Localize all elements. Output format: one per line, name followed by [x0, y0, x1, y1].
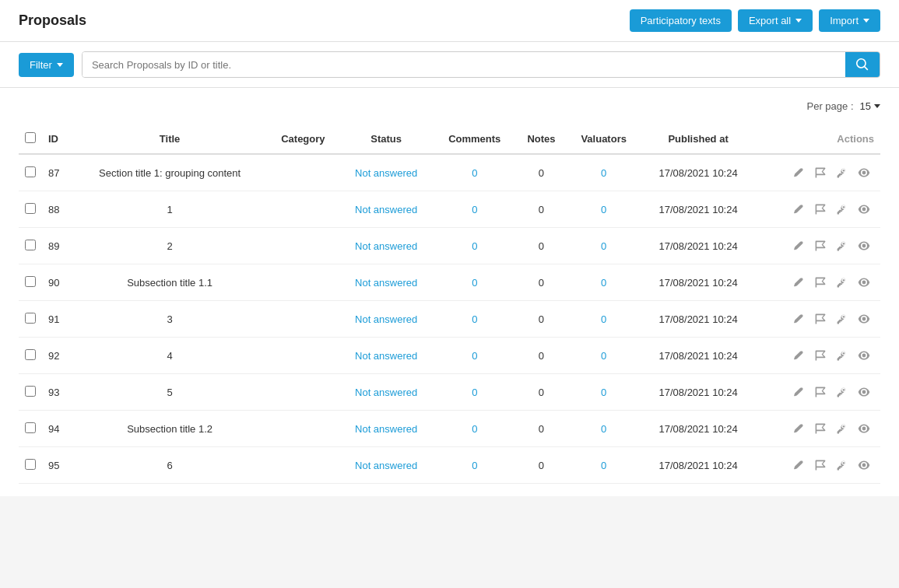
search-input[interactable]	[83, 52, 845, 77]
edit-icon[interactable]	[788, 236, 809, 256]
row-checkbox[interactable]	[25, 313, 36, 324]
row-checkbox-cell	[19, 411, 42, 447]
col-valuators: Valuators	[567, 124, 640, 154]
key-icon[interactable]	[832, 345, 852, 366]
table-row: 881Not answered00017/08/2021 10:24	[19, 191, 880, 228]
key-icon[interactable]	[832, 163, 852, 183]
edit-icon[interactable]	[788, 345, 809, 366]
row-actions-cell	[756, 228, 880, 264]
page-title: Proposals	[19, 12, 86, 29]
row-actions-cell	[756, 264, 880, 301]
row-valuators: 0	[567, 374, 640, 411]
flag-icon[interactable]	[810, 345, 831, 366]
row-actions-cell	[756, 338, 880, 374]
key-icon[interactable]	[832, 236, 852, 256]
row-actions-cell	[756, 301, 880, 338]
participatory-texts-button[interactable]: Participatory texts	[630, 9, 732, 32]
search-button[interactable]	[845, 52, 880, 77]
flag-icon[interactable]	[810, 163, 831, 183]
edit-icon[interactable]	[788, 199, 809, 219]
row-checkbox[interactable]	[25, 166, 36, 177]
row-published-at: 17/08/2021 10:24	[641, 228, 756, 264]
row-notes: 0	[515, 374, 567, 411]
row-title: 6	[72, 447, 268, 484]
key-icon[interactable]	[832, 418, 852, 439]
view-icon[interactable]	[854, 418, 874, 439]
row-published-at: 17/08/2021 10:24	[641, 374, 756, 411]
key-icon[interactable]	[832, 309, 852, 329]
row-published-at: 17/08/2021 10:24	[641, 154, 756, 191]
row-checkbox[interactable]	[25, 203, 36, 214]
view-icon[interactable]	[854, 382, 874, 402]
flag-icon[interactable]	[810, 418, 831, 439]
edit-icon[interactable]	[788, 418, 809, 439]
export-all-button[interactable]: Export all	[738, 9, 813, 32]
select-all-checkbox[interactable]	[25, 132, 36, 143]
row-notes: 0	[515, 154, 567, 191]
row-checkbox-cell	[19, 374, 42, 411]
row-valuators: 0	[567, 338, 640, 374]
row-checkbox[interactable]	[25, 240, 36, 250]
row-notes: 0	[515, 264, 567, 301]
row-status: Not answered	[339, 228, 434, 264]
row-checkbox[interactable]	[25, 386, 36, 397]
row-actions-cell	[756, 411, 880, 447]
row-title: 3	[72, 301, 268, 338]
row-title: 5	[72, 374, 268, 411]
page-header: Proposals Participatory texts Export all…	[0, 0, 899, 42]
row-title: 4	[72, 338, 268, 374]
view-icon[interactable]	[854, 199, 874, 219]
row-status: Not answered	[339, 338, 434, 374]
edit-icon[interactable]	[788, 272, 809, 292]
row-category	[268, 228, 339, 264]
edit-icon[interactable]	[788, 382, 809, 402]
select-all-header[interactable]	[19, 124, 42, 154]
per-page-select[interactable]: 15	[860, 100, 880, 112]
row-category	[268, 154, 339, 191]
row-comments: 0	[434, 374, 515, 411]
status-badge: Not answered	[355, 167, 417, 179]
row-category	[268, 264, 339, 301]
flag-icon[interactable]	[810, 199, 831, 219]
row-valuators: 0	[567, 264, 640, 301]
view-icon[interactable]	[854, 309, 874, 329]
row-checkbox[interactable]	[25, 459, 36, 470]
row-valuators: 0	[567, 191, 640, 228]
edit-icon[interactable]	[788, 455, 809, 475]
table-row: 935Not answered00017/08/2021 10:24	[19, 374, 880, 411]
view-icon[interactable]	[854, 272, 874, 292]
row-valuators: 0	[567, 447, 640, 484]
flag-icon[interactable]	[810, 455, 831, 475]
row-published-at: 17/08/2021 10:24	[641, 447, 756, 484]
row-notes: 0	[515, 411, 567, 447]
key-icon[interactable]	[832, 382, 852, 402]
main-content: Per page : 15 ID Title Category Status C…	[0, 88, 899, 496]
flag-icon[interactable]	[810, 309, 831, 329]
row-checkbox[interactable]	[25, 276, 36, 287]
row-comments: 0	[434, 228, 515, 264]
flag-icon[interactable]	[810, 382, 831, 402]
key-icon[interactable]	[832, 455, 852, 475]
table-row: 956Not answered00017/08/2021 10:24	[19, 447, 880, 484]
flag-icon[interactable]	[810, 236, 831, 256]
filter-button[interactable]: Filter	[19, 53, 74, 77]
row-status: Not answered	[339, 301, 434, 338]
view-icon[interactable]	[854, 236, 874, 256]
edit-icon[interactable]	[788, 309, 809, 329]
key-icon[interactable]	[832, 272, 852, 292]
key-icon[interactable]	[832, 199, 852, 219]
view-icon[interactable]	[854, 345, 874, 366]
table-row: 913Not answered00017/08/2021 10:24	[19, 301, 880, 338]
row-checkbox[interactable]	[25, 422, 36, 433]
import-button[interactable]: Import	[819, 9, 880, 32]
row-actions-cell	[756, 154, 880, 191]
row-title: 2	[72, 228, 268, 264]
row-id: 94	[42, 411, 72, 447]
status-badge: Not answered	[355, 350, 417, 362]
row-checkbox[interactable]	[25, 349, 36, 360]
view-icon[interactable]	[854, 455, 874, 475]
flag-icon[interactable]	[810, 272, 831, 292]
edit-icon[interactable]	[788, 163, 809, 183]
row-checkbox-cell	[19, 301, 42, 338]
view-icon[interactable]	[854, 163, 874, 183]
